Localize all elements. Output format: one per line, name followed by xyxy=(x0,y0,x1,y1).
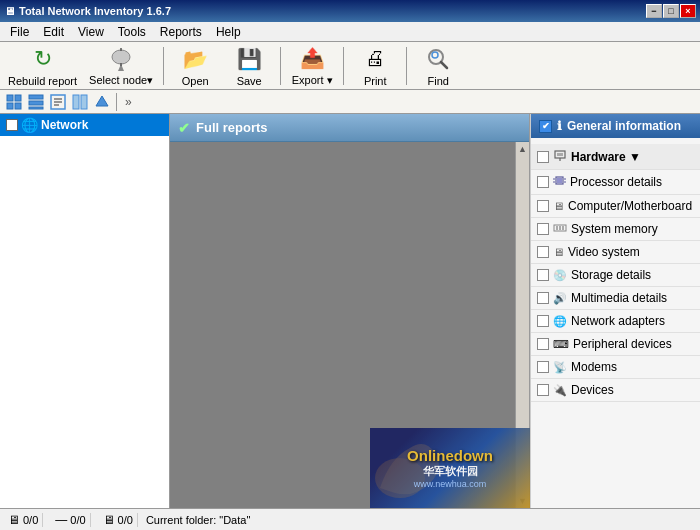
modems-label: Modems xyxy=(571,360,617,374)
video-section[interactable]: 🖥 Video system xyxy=(531,241,700,264)
export-label: Export ▾ xyxy=(292,74,333,87)
select-node-button[interactable]: Select node▾ xyxy=(85,42,157,89)
menu-tools[interactable]: Tools xyxy=(112,23,152,41)
processor-label: Processor details xyxy=(570,175,662,189)
find-button[interactable]: Find xyxy=(413,43,463,89)
expand-icon[interactable]: » xyxy=(125,95,132,109)
network-adapters-section[interactable]: 🌐 Network adapters xyxy=(531,310,700,333)
memory-icon xyxy=(553,223,567,235)
devices-section[interactable]: 🔌 Devices xyxy=(531,379,700,402)
toolbar-sep-4 xyxy=(406,47,407,85)
save-button[interactable]: 💾 Save xyxy=(224,43,274,89)
processor-section[interactable]: Processor details xyxy=(531,170,700,195)
modems-section[interactable]: 📡 Modems xyxy=(531,356,700,379)
peripheral-section[interactable]: ⌨ Peripheral devices xyxy=(531,333,700,356)
menu-view[interactable]: View xyxy=(72,23,110,41)
multimedia-section[interactable]: 🔊 Multimedia details xyxy=(531,287,700,310)
print-button[interactable]: 🖨 Print xyxy=(350,43,400,89)
modems-checkbox[interactable] xyxy=(537,361,549,373)
menu-reports[interactable]: Reports xyxy=(154,23,208,41)
toolbar2-btn-2[interactable] xyxy=(26,92,46,112)
select-node-icon xyxy=(107,44,135,72)
save-icon: 💾 xyxy=(235,45,263,73)
storage-label: Storage details xyxy=(571,268,651,282)
memory-label: System memory xyxy=(571,222,658,236)
status-segment-1: 🖥 0/0 xyxy=(4,513,43,527)
hardware-section-header[interactable]: Hardware ▼ xyxy=(531,144,700,170)
left-panel: ✔ 🌐 Network xyxy=(0,114,170,508)
report-header: ✔ Full reports xyxy=(170,114,529,142)
toolbar2-btn-3[interactable] xyxy=(48,92,68,112)
svg-point-6 xyxy=(432,52,438,58)
toolbar2-btn-1[interactable] xyxy=(4,92,24,112)
menubar: File Edit View Tools Reports Help xyxy=(0,22,700,42)
watermark-brand: Onlinedown xyxy=(407,447,493,464)
multimedia-checkbox[interactable] xyxy=(537,292,549,304)
network-label: Network xyxy=(41,118,88,132)
devices-checkbox[interactable] xyxy=(537,384,549,396)
multimedia-label: Multimedia details xyxy=(571,291,667,305)
rebuild-report-button[interactable]: ↻ Rebuild report xyxy=(4,43,81,89)
menu-file[interactable]: File xyxy=(4,23,35,41)
close-button[interactable]: × xyxy=(680,4,696,18)
titlebar-left: 🖥 Total Network Inventory 1.6.7 xyxy=(4,5,171,17)
toolbar-sep-3 xyxy=(343,47,344,85)
storage-section[interactable]: 💿 Storage details xyxy=(531,264,700,287)
network-checkbox[interactable]: ✔ xyxy=(6,119,18,131)
app-title: Total Network Inventory 1.6.7 xyxy=(19,5,171,17)
toolbar: ↻ Rebuild report Select node▾ 📂 Open 💾 S… xyxy=(0,42,700,90)
svg-rect-22 xyxy=(557,153,563,156)
right-panel-header: ✔ ℹ General information xyxy=(531,114,700,138)
processor-checkbox[interactable] xyxy=(537,176,549,188)
motherboard-label: Computer/Motherboard xyxy=(568,199,692,213)
save-label: Save xyxy=(237,75,262,87)
motherboard-section[interactable]: 🖥 Computer/Motherboard xyxy=(531,195,700,218)
svg-rect-18 xyxy=(73,95,79,109)
storage-checkbox[interactable] xyxy=(537,269,549,281)
motherboard-checkbox[interactable] xyxy=(537,200,549,212)
svg-line-5 xyxy=(441,62,447,68)
processor-icon xyxy=(553,174,566,190)
print-icon: 🖨 xyxy=(361,45,389,73)
open-icon: 📂 xyxy=(181,45,209,73)
select-node-label: Select node▾ xyxy=(89,74,153,87)
watermark-url: www.newhua.com xyxy=(414,479,487,489)
status-count-3: 0/0 xyxy=(118,514,133,526)
hardware-icon xyxy=(553,148,567,165)
svg-rect-12 xyxy=(29,101,43,105)
maximize-button[interactable]: □ xyxy=(663,4,679,18)
network-adapters-label: Network adapters xyxy=(571,314,665,328)
rebuild-report-label: Rebuild report xyxy=(8,75,77,87)
svg-rect-13 xyxy=(29,107,43,109)
menu-edit[interactable]: Edit xyxy=(37,23,70,41)
general-info-checkbox[interactable]: ✔ xyxy=(539,120,552,133)
export-button[interactable]: 📤 Export ▾ xyxy=(287,42,337,89)
toolbar2-btn-5[interactable] xyxy=(92,92,112,112)
tree-item-network[interactable]: ✔ 🌐 Network xyxy=(0,114,169,136)
statusbar: 🖥 0/0 — 0/0 🖥 0/0 Current folder: "Data" xyxy=(0,508,700,530)
general-info-icon: ℹ xyxy=(557,119,562,133)
menu-help[interactable]: Help xyxy=(210,23,247,41)
status-icon-2: — xyxy=(55,513,67,527)
network-adapters-checkbox[interactable] xyxy=(537,315,549,327)
titlebar: 🖥 Total Network Inventory 1.6.7 − □ × xyxy=(0,0,700,22)
svg-rect-19 xyxy=(81,95,87,109)
network-icon: 🌐 xyxy=(21,117,38,133)
memory-section[interactable]: System memory xyxy=(531,218,700,241)
app-icon: 🖥 xyxy=(4,5,15,17)
memory-checkbox[interactable] xyxy=(537,223,549,235)
status-count-2: 0/0 xyxy=(70,514,85,526)
toolbar2-separator xyxy=(116,93,117,111)
minimize-button[interactable]: − xyxy=(646,4,662,18)
hardware-checkbox[interactable] xyxy=(537,151,549,163)
export-icon: 📤 xyxy=(298,44,326,72)
general-info-label: General information xyxy=(567,119,681,133)
titlebar-controls: − □ × xyxy=(646,4,696,18)
print-label: Print xyxy=(364,75,387,87)
watermark-overlay: Onlinedown 华军软件园 www.newhua.com xyxy=(370,428,530,508)
open-button[interactable]: 📂 Open xyxy=(170,43,220,89)
peripheral-checkbox[interactable] xyxy=(537,338,549,350)
svg-rect-8 xyxy=(15,95,21,101)
toolbar2-btn-4[interactable] xyxy=(70,92,90,112)
video-checkbox[interactable] xyxy=(537,246,549,258)
